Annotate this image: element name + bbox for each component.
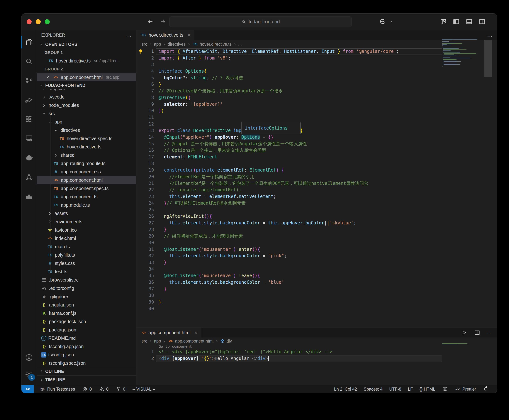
activity-source-control-button[interactable] [22,71,37,90]
tree-item-app.component.ts[interactable]: TSapp.component.ts [37,193,136,201]
tree-item-directives[interactable]: directives [37,126,136,134]
tree-item-test.ts[interactable]: TStest.ts [37,268,136,276]
zoom-button[interactable] [45,19,50,24]
forward-button[interactable] [159,18,167,25]
status-broadcast[interactable]: 0 [115,386,125,392]
activity-account-button[interactable] [22,349,37,366]
status-warning[interactable]: 0 [99,386,109,392]
tree-item-styles.css[interactable]: #styles.css [37,259,136,268]
close-icon[interactable]: × [195,330,197,336]
tree-item-tsconfig.json[interactable]: TStsconfig.json [37,351,136,359]
activity-explorer-button[interactable] [22,32,37,52]
status-run-all[interactable]: ▷▷Run Testcases [41,387,75,392]
tree-item-app.module.ts[interactable]: TSapp.module.ts [37,201,136,209]
tree-item-.browserslistrc[interactable]: ☰.browserslistrc [37,276,136,284]
code-editor-hover-directive[interactable]: 1import { AfterViewInit, Directive, Elem… [136,48,497,327]
minimize-button[interactable] [36,19,41,24]
tree-item-favicon.ico[interactable]: ★favicon.ico [37,226,136,234]
breadcrumb-item[interactable]: src [142,42,147,47]
open-editor-item[interactable]: TShover.directive.tssrc/app/direc... [37,57,136,65]
tree-item-hover.directive.ts[interactable]: TShover.directive.ts [37,143,136,151]
breadcrumb-item[interactable]: <>app.component.html [168,338,213,344]
customize-layout-button[interactable] [439,18,447,26]
breadcrumb-item[interactable]: directives [168,42,186,47]
tree-item-src[interactable]: src [37,109,136,118]
code-editor-app-component[interactable]: Go to component1<!-- <div [appHover]="{b… [136,344,497,385]
status-copilot[interactable] [442,386,448,392]
tree-item-app-routing.module.ts[interactable]: TSapp-routing.module.ts [37,159,136,168]
tree-item-package.json[interactable]: {}package.json [37,326,136,334]
tree-item-polyfills.ts[interactable]: TSpolyfills.ts [37,251,136,259]
tree-item-.angular[interactable]: .angular [37,90,136,93]
breadcrumb-item[interactable]: src [142,339,147,344]
tree-item-karma.conf.js[interactable]: Kkarma.conf.js [37,309,136,317]
breadcrumb-item[interactable]: TShover.directive.ts [192,41,232,47]
status-visual[interactable]: -- VISUAL -- [132,387,155,392]
tree-item-app.component.spec.ts[interactable]: TSapp.component.spec.ts [37,184,136,193]
tree-item-shared[interactable]: shared [37,151,136,159]
tree-item-hover.directive.spec.ts[interactable]: TShover.directive.spec.ts [37,134,136,143]
status-lf[interactable]: LF [408,387,413,392]
editor-more-actions-icon[interactable]: ... [487,32,493,38]
tree-item-angular.json[interactable]: {}angular.json [37,301,136,309]
back-button[interactable] [147,18,154,25]
outline-header[interactable]: OUTLINE [37,367,136,375]
toggle-sidebar-button[interactable] [452,18,460,26]
breadcrumb-item[interactable]: ... [238,42,242,47]
more-actions-icon[interactable]: ... [127,32,132,38]
tree-item-tsconfig.spec.json[interactable]: {}tsconfig.spec.json [37,359,136,367]
tree-item-tsconfig.app.json[interactable]: {}tsconfig.app.json [37,342,136,351]
tree-item-index.html[interactable]: <>index.html [37,234,136,242]
tree-item-README.md[interactable]: iREADME.md [37,334,136,342]
status-spaces4[interactable]: Spaces: 4 [364,387,382,392]
status-braces[interactable]: { }HTML [419,387,435,392]
status-check[interactable]: ✓✓Prettier [455,387,476,392]
close-button[interactable] [27,19,32,24]
activity-run-debug-button[interactable] [22,90,37,109]
copilot-menu[interactable] [379,18,393,25]
close-icon[interactable]: × [45,75,51,80]
close-icon[interactable]: × [187,32,190,38]
tree-item-app[interactable]: app [37,118,136,126]
command-center-search[interactable]: fudao-frontend [169,16,352,27]
split-editor-button[interactable] [474,330,480,336]
minimap[interactable] [442,343,484,346]
open-editors-header[interactable]: OPEN EDITORS [37,40,136,48]
activity-extensions-button[interactable] [22,109,37,129]
status-ln2col42[interactable]: Ln 2, Col 42 [334,387,357,392]
timeline-header[interactable]: TIMELINE [37,375,136,384]
activity-search-button[interactable] [22,52,37,71]
remote-indicator[interactable]: >< [22,385,34,393]
activity-settings-button[interactable]: 1 [22,366,37,383]
open-editor-item[interactable]: ×<>app.component.htmlsrc/app [37,73,136,81]
status-error[interactable]: 0 [82,386,92,392]
activity-chart-button[interactable] [22,186,37,206]
scrollbar-slider[interactable] [484,40,492,77]
toggle-secondary-sidebar-button[interactable] [478,18,486,26]
tree-item-app.component.html[interactable]: <>app.component.html [37,176,136,184]
run-button[interactable] [461,330,467,336]
status-bell[interactable] [483,386,489,392]
tree-item-app.component.css[interactable]: #app.component.css [37,168,136,176]
tree-item-.gitignore[interactable]: ◆.gitignore [37,292,136,301]
tree-item-environments[interactable]: environments [37,218,136,226]
status-utf8[interactable]: UTF-8 [389,387,401,392]
breadcrumb-item[interactable]: div [220,339,232,344]
activity-remote-explorer-button[interactable] [22,129,37,148]
tree-item-nodemodules[interactable]: node_modules [37,101,136,109]
activity-docker-button[interactable] [22,148,37,167]
tree-item-assets[interactable]: assets [37,209,136,218]
tree-item-package-lock.json[interactable]: {}package-lock.json [37,317,136,326]
lightbulb-icon[interactable] [138,49,143,54]
breadcrumb-item[interactable]: app [154,42,161,47]
tree-item-.editorconfig[interactable]: .editorconfig [37,284,136,292]
toggle-panel-button[interactable] [465,18,473,26]
project-root-header[interactable]: FUDAO-FRONTEND [37,81,136,90]
minimap[interactable] [442,39,484,69]
tab-app-component-html[interactable]: <>app.component.html× [136,328,201,338]
breadcrumb-item[interactable]: app [154,339,161,344]
tab-hover-directive[interactable]: TShover.directive.ts× [136,30,194,40]
tree-item-main.ts[interactable]: TSmain.ts [37,242,136,251]
activity-cluster-button[interactable] [22,167,37,186]
tree-item-.vscode[interactable]: .vscode [37,93,136,101]
